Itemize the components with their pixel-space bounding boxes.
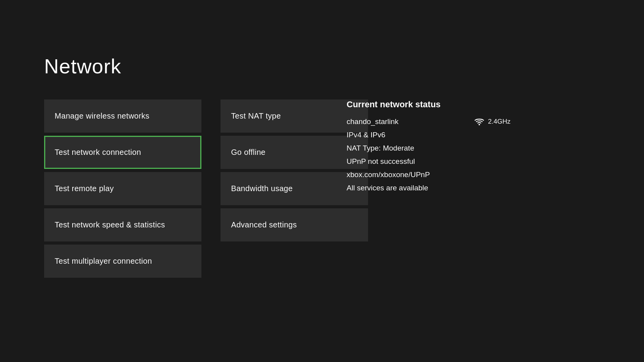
menu-item-test-remote-play[interactable]: Test remote play bbox=[44, 172, 201, 205]
menu-item-test-network-connection[interactable]: Test network connection bbox=[44, 136, 201, 169]
upnp-link: xbox.com/xboxone/UPnP bbox=[347, 170, 511, 179]
menu-item-go-offline[interactable]: Go offline bbox=[221, 136, 368, 169]
network-name-row: chando_starlink 2.4GHz bbox=[347, 117, 511, 126]
svg-point-0 bbox=[479, 124, 480, 126]
left-menu: Manage wireless networks Test network co… bbox=[44, 99, 201, 278]
ip-version: IPv4 & IPv6 bbox=[347, 131, 511, 139]
menu-item-bandwidth-usage[interactable]: Bandwidth usage bbox=[221, 172, 368, 205]
wifi-icon bbox=[474, 117, 485, 126]
right-menu: Test NAT type Go offline Bandwidth usage… bbox=[221, 99, 368, 241]
menu-item-advanced-settings[interactable]: Advanced settings bbox=[221, 208, 368, 241]
wifi-frequency: 2.4GHz bbox=[488, 118, 511, 126]
main-page: Network Manage wireless networks Test ne… bbox=[0, 0, 644, 362]
services-status: All services are available bbox=[347, 184, 511, 192]
upnp-status: UPnP not successful bbox=[347, 157, 511, 166]
status-panel: Current network status chando_starlink 2… bbox=[347, 99, 511, 197]
menu-item-test-nat-type[interactable]: Test NAT type bbox=[221, 99, 368, 133]
menu-item-manage-wireless[interactable]: Manage wireless networks bbox=[44, 99, 201, 133]
wifi-badge: 2.4GHz bbox=[474, 117, 511, 126]
menu-item-test-network-speed[interactable]: Test network speed & statistics bbox=[44, 208, 201, 241]
nat-type: NAT Type: Moderate bbox=[347, 144, 511, 153]
page-title: Network bbox=[44, 55, 121, 78]
network-name: chando_starlink bbox=[347, 117, 474, 126]
menu-item-test-multiplayer[interactable]: Test multiplayer connection bbox=[44, 245, 201, 278]
status-title: Current network status bbox=[347, 99, 511, 110]
